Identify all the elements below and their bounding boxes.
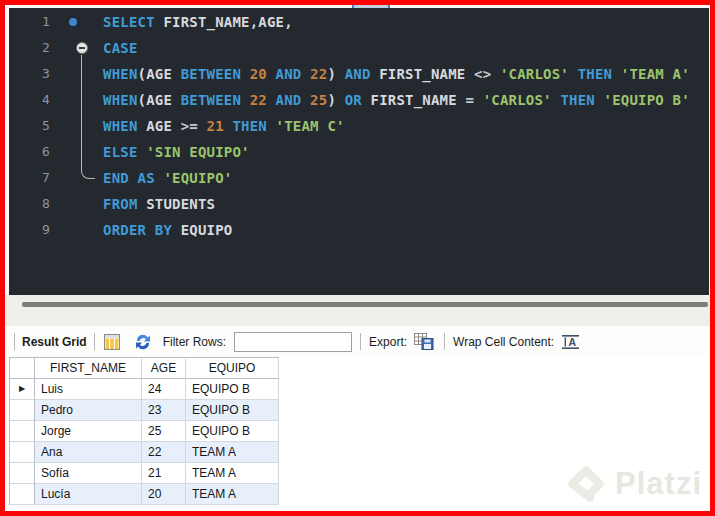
code-text: WHEN AGE >= 21 THEN 'TEAM C' [103,113,709,139]
gutter-marker-area [50,165,103,191]
code-line: 2CASE [9,35,709,61]
table-cell[interactable]: 21 [142,463,186,484]
table-cell[interactable]: Pedro [35,400,142,421]
table-row: Ana22TEAM A [10,442,279,463]
fold-guide-line [81,55,95,179]
column-header[interactable]: AGE [142,358,186,379]
table-cell[interactable]: Lucía [35,484,142,505]
filter-rows-input[interactable] [234,332,352,352]
line-number: 4 [9,87,50,113]
table-cell[interactable]: 23 [142,400,186,421]
toolbar-divider [444,333,445,350]
result-grid-toolbar: Result Grid Filter Rows: Export: Wrap Ce… [5,326,710,357]
wrap-cell-content-label: Wrap Cell Content: [453,335,554,349]
row-selector-cell[interactable] [10,442,35,463]
line-number: 9 [9,217,50,243]
code-text: CASE [103,35,709,61]
line-number: 3 [9,61,50,87]
code-text: ELSE 'SIN EQUIPO' [103,139,709,165]
column-header[interactable]: EQUIPO [186,358,279,379]
gutter-marker-area [50,35,103,61]
code-text: SELECT FIRST_NAME,AGE, [103,9,709,35]
table-header-row: FIRST_NAMEAGEEQUIPO [10,358,279,379]
table-row: Lucía20TEAM A [10,484,279,505]
table-cell[interactable]: 20 [142,484,186,505]
table-cell[interactable]: EQUIPO B [186,400,279,421]
table-cell[interactable]: EQUIPO B [186,379,279,400]
workbench-screenshot: 1SELECT FIRST_NAME,AGE,2CASE3WHEN(AGE BE… [0,0,715,516]
platzi-watermark-text: Platzi [615,466,702,502]
table-cell[interactable]: 22 [142,442,186,463]
table-cell[interactable]: 24 [142,379,186,400]
toolbar-divider [94,333,95,350]
code-text: FROM STUDENTS [103,191,709,217]
code-line: 3WHEN(AGE BETWEEN 20 AND 22) AND FIRST_N… [9,61,709,87]
gutter-marker-area [50,139,103,165]
export-label: Export: [369,335,407,349]
grid-columns-icon[interactable] [104,334,120,350]
table-row: Sofía21TEAM A [10,463,279,484]
table-cell[interactable]: TEAM A [186,484,279,505]
table-row: Jorge25EQUIPO B [10,421,279,442]
column-header[interactable]: FIRST_NAME [35,358,142,379]
row-selector-cell[interactable] [10,421,35,442]
table-cell[interactable]: Luis [35,379,142,400]
row-selector-header[interactable] [10,358,35,379]
svg-text:A: A [569,336,577,348]
table-cell[interactable]: 25 [142,421,186,442]
code-text: END AS 'EQUIPO' [103,165,709,191]
code-line: 7END AS 'EQUIPO' [9,165,709,191]
line-number: 2 [9,35,50,61]
table-cell[interactable]: EQUIPO B [186,421,279,442]
gutter-marker-area [50,87,103,113]
table-cell[interactable]: Jorge [35,421,142,442]
line-number: 5 [9,113,50,139]
line-number: 7 [9,165,50,191]
code-line: 1SELECT FIRST_NAME,AGE, [9,9,709,35]
table-cell[interactable]: Ana [35,442,142,463]
result-grid-label: Result Grid [22,335,87,349]
fold-marker-icon[interactable] [76,42,88,54]
code-text: ORDER BY EQUIPO [103,217,709,243]
platzi-logo-icon [565,463,607,505]
gutter-marker-area [50,61,103,87]
code-text: WHEN(AGE BETWEEN 22 AND 25) OR FIRST_NAM… [103,87,709,113]
wrap-cell-content-icon[interactable]: A [562,335,579,349]
table-row: Pedro23EQUIPO B [10,400,279,421]
line-number: 8 [9,191,50,217]
result-grid-table: FIRST_NAMEAGEEQUIPO▶Luis24EQUIPO BPedro2… [9,357,279,505]
platzi-watermark: Platzi [565,463,702,505]
code-text: WHEN(AGE BETWEEN 20 AND 22) AND FIRST_NA… [103,61,709,87]
gutter-marker-area [50,217,103,243]
toolbar-divider [360,333,361,350]
code-lines: 1SELECT FIRST_NAME,AGE,2CASE3WHEN(AGE BE… [9,8,709,243]
splitter-band [5,295,710,326]
code-line: 5WHEN AGE >= 21 THEN 'TEAM C' [9,113,709,139]
export-save-icon[interactable] [414,333,434,350]
line-number: 6 [9,139,50,165]
line-number: 1 [9,9,50,35]
filter-rows-label: Filter Rows: [163,335,226,349]
row-selector-cell[interactable] [10,463,35,484]
toolbar-divider [14,333,15,350]
code-line: 8FROM STUDENTS [9,191,709,217]
gutter-marker-area [50,191,103,217]
refresh-icon[interactable] [135,334,151,350]
gutter-marker-area [50,113,103,139]
row-selector-cell[interactable] [10,400,35,421]
horizontal-scrollbar[interactable] [22,302,708,307]
row-selector-cell[interactable] [10,484,35,505]
code-line: 9ORDER BY EQUIPO [9,217,709,243]
table-cell[interactable]: TEAM A [186,463,279,484]
statement-marker-icon [69,18,77,26]
code-line: 6ELSE 'SIN EQUIPO' [9,139,709,165]
table-cell[interactable]: Sofía [35,463,142,484]
table-cell[interactable]: TEAM A [186,442,279,463]
gutter-marker-area [50,9,103,35]
row-marker-icon[interactable]: ▶ [10,379,35,400]
code-line: 4WHEN(AGE BETWEEN 22 AND 25) OR FIRST_NA… [9,87,709,113]
table-row: ▶Luis24EQUIPO B [10,379,279,400]
sql-editor[interactable]: 1SELECT FIRST_NAME,AGE,2CASE3WHEN(AGE BE… [9,8,709,295]
